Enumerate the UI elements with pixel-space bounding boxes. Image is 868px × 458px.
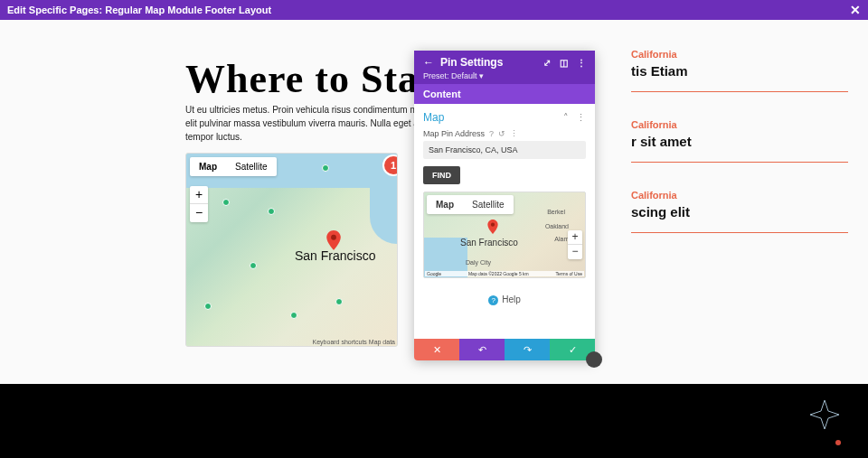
back-arrow-icon[interactable]: ← [423, 56, 434, 69]
list-item-title: tis Etiam [631, 63, 848, 79]
modal-body: Map ˄ ⋮ Map Pin Address ? ↺ ⋮ San Franci… [414, 104, 595, 339]
preview-credits: Google Map data ©2022 Google 5 km Terms … [425, 271, 584, 276]
sidebar-list: California tis Etiam California r sit am… [631, 49, 848, 260]
more-icon[interactable]: ⋮ [577, 58, 586, 68]
address-input[interactable]: San Francisco, CA, USA [423, 141, 586, 159]
preview-tab-satellite[interactable]: Satellite [463, 195, 514, 214]
svg-point-0 [331, 235, 336, 240]
city-label: Oakland [545, 223, 569, 229]
redo-button[interactable]: ↷ [505, 339, 550, 360]
list-item-title: scing elit [631, 204, 848, 220]
close-icon[interactable]: ✕ [850, 3, 861, 17]
map-type-tabs: Map Satellite [190, 157, 277, 176]
help-badge-icon: ? [488, 295, 498, 305]
map-center-label: San Francisco [295, 248, 375, 263]
list-item-title: r sit amet [631, 134, 848, 149]
list-item-category: California [631, 119, 848, 130]
snap-icon[interactable]: ◫ [560, 58, 568, 68]
preview-tab-map[interactable]: Map [427, 195, 463, 214]
svg-point-1 [491, 223, 495, 227]
pin-number-badge[interactable]: 1 [384, 156, 398, 174]
modal-header[interactable]: ← Pin Settings ⤢ ◫ ⋮ Preset: Default ▾ [414, 51, 595, 84]
city-label: Berkel [547, 209, 565, 215]
map-poi-icon [222, 199, 230, 206]
bottom-bar [0, 384, 868, 458]
preset-selector[interactable]: Preset: Default ▾ [423, 71, 586, 80]
map-poi-icon [290, 312, 297, 319]
list-item[interactable]: California scing elit [631, 190, 848, 233]
page-content: Where to Stay Ut eu ultricies metus. Pro… [0, 20, 868, 458]
chevron-up-icon[interactable]: ˄ [563, 112, 569, 124]
expand-icon[interactable]: ⤢ [543, 58, 551, 68]
page-heading: Where to Stay [185, 56, 439, 102]
map-poi-icon [204, 303, 212, 310]
undo-button[interactable]: ↶ [459, 339, 505, 360]
divider [631, 232, 848, 233]
editor-top-bar: Edit Specific Pages: Regular Map Module … [0, 0, 868, 20]
credits-mid: Map data ©2022 Google 5 km [468, 271, 529, 276]
preview-zoom-in[interactable]: + [568, 230, 582, 245]
field-label-row: Map Pin Address ? ↺ ⋮ [423, 129, 586, 138]
modal-action-bar: ✕ ↶ ↷ ✓ [414, 339, 595, 360]
map-tab-map[interactable]: Map [190, 157, 226, 176]
section-more-icon[interactable]: ⋮ [576, 112, 586, 124]
section-title[interactable]: Map [423, 111, 444, 124]
list-item[interactable]: California tis Etiam [631, 49, 848, 92]
divider [631, 91, 848, 92]
preview-map-tabs: Map Satellite [427, 195, 514, 214]
modal-title: Pin Settings [440, 56, 503, 69]
field-more-icon[interactable]: ⋮ [510, 129, 518, 138]
preview-sf-label: San Francisco [460, 238, 518, 248]
map-tab-satellite[interactable]: Satellite [226, 157, 277, 176]
credits-left: Google [427, 271, 441, 276]
main-map[interactable]: Map Satellite + − San Francisco Keyboard… [185, 153, 398, 347]
editor-title: Edit Specific Pages: Regular Map Module … [7, 5, 271, 15]
list-item-category: California [631, 49, 848, 60]
find-button[interactable]: FIND [423, 166, 460, 184]
cancel-button[interactable]: ✕ [414, 339, 459, 360]
divider [631, 162, 848, 163]
pin-settings-modal: ← Pin Settings ⤢ ◫ ⋮ Preset: Default ▾ C… [414, 51, 595, 360]
resize-handle[interactable] [586, 351, 602, 368]
preview-zoom-out[interactable]: − [568, 245, 582, 259]
help-icon[interactable]: ? [489, 129, 494, 138]
map-poi-icon [250, 262, 257, 269]
city-label: Daly City [466, 259, 491, 266]
map-pin-icon [326, 230, 341, 250]
sparkle-icon [808, 398, 841, 431]
map-preview[interactable]: Map Satellite San Francisco Berkel Oakla… [423, 192, 586, 278]
reset-icon[interactable]: ↺ [498, 129, 505, 138]
zoom-in-button[interactable]: + [190, 186, 208, 204]
credits-right[interactable]: Terms of Use [556, 271, 582, 276]
notification-dot-icon [835, 440, 841, 445]
preview-zoom-controls: + − [568, 230, 582, 259]
map-poi-icon [268, 208, 275, 215]
map-poi-icon [322, 164, 329, 172]
help-label: Help [502, 294, 521, 304]
map-poi-icon [335, 298, 343, 305]
help-link[interactable]: ?Help [423, 294, 586, 305]
list-item[interactable]: California r sit amet [631, 119, 848, 163]
map-credits: Keyboard shortcuts Map data [313, 339, 395, 345]
zoom-out-button[interactable]: − [190, 204, 208, 222]
map-zoom-controls: + − [190, 186, 208, 222]
field-label: Map Pin Address [423, 129, 485, 138]
preview-pin-icon [487, 220, 498, 234]
list-item-category: California [631, 190, 848, 201]
modal-tab-content[interactable]: Content [414, 84, 595, 104]
